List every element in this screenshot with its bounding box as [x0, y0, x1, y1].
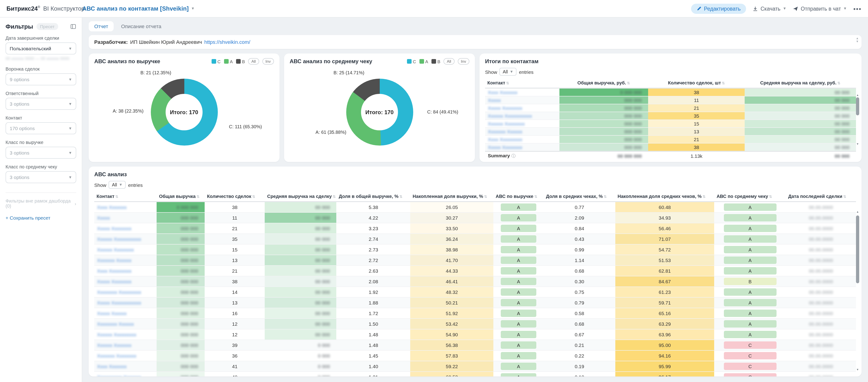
- report-title-dropdown[interactable]: АВС анализ по контактам [Shveikin] ▼: [82, 5, 195, 12]
- column-header-deals[interactable]: Количество сделок, шт⇅: [648, 78, 745, 88]
- outside-filters-link[interactable]: Фильтры вне рамок дашборда (0) ›: [5, 193, 76, 209]
- contact-cell[interactable]: Хххх Ххххххххх: [94, 266, 157, 276]
- badge-all[interactable]: All: [443, 58, 454, 65]
- deal-funnel-select[interactable]: 9 options▼: [5, 73, 76, 85]
- more-menu-button[interactable]: •••: [854, 5, 862, 12]
- column-header-revenue[interactable]: Общая выручка, руб.⇅: [559, 78, 648, 88]
- tab-report[interactable]: Отчет: [89, 21, 114, 31]
- badge-inv[interactable]: Inv: [458, 58, 469, 65]
- contact-cell[interactable]: Хххххх Ххххххххххх: [485, 112, 559, 120]
- last-deal-date-cell: 00.00.0000: [786, 234, 856, 244]
- table-row: Ххххх 000 000 11 00 000: [485, 96, 856, 104]
- scroll-up-icon[interactable]: ▲: [856, 210, 859, 214]
- filter-deal-close-date: Дата завершения сделки Пользовательский▼…: [5, 36, 76, 61]
- scrollbar-thumb[interactable]: [856, 97, 859, 115]
- column-header-last-deal-date[interactable]: Дата последней сделки⇅: [786, 192, 856, 202]
- avg-share-cell: 0.19: [544, 361, 615, 372]
- contact-cell[interactable]: Ххххх Хххххх: [94, 308, 157, 319]
- collapse-sidebar-icon[interactable]: [70, 24, 76, 30]
- contact-cell[interactable]: Хххххххх Ххххххххх: [94, 287, 157, 297]
- scrollbar-track[interactable]: [856, 97, 859, 142]
- column-header-avg[interactable]: Средняя выручка на сделку, руб.⇅: [745, 78, 856, 88]
- contact-cell[interactable]: Ххххххх Хххххх: [485, 128, 559, 135]
- badge-inv[interactable]: Inv: [262, 58, 274, 65]
- scrollbar-thumb[interactable]: [856, 216, 859, 283]
- contact-cell[interactable]: Хххх Ххххххх: [94, 202, 157, 212]
- column-header-avg[interactable]: Средняя выручка на сделку⇅: [265, 192, 337, 202]
- chevron-down-icon: ▼: [68, 46, 72, 50]
- contact-cell[interactable]: Ххххх: [94, 212, 157, 223]
- contact-cell[interactable]: Ххххххх Хххххх: [94, 255, 157, 266]
- contact-cell[interactable]: Хххххх Хххххххх: [485, 120, 559, 128]
- avg-check-class-select[interactable]: 3 options▼: [5, 171, 76, 183]
- page-size-select[interactable]: All▼: [500, 68, 517, 76]
- contact-cell[interactable]: Хххх Ххххххххх: [485, 135, 559, 143]
- contact-cell[interactable]: Ххххх Хххххххх: [94, 223, 157, 234]
- date-range-hint: 00 хххххх 0000 — 00 хххххх 0000: [5, 56, 76, 61]
- legend-item-b[interactable]: B: [236, 59, 245, 64]
- tab-description[interactable]: Описание отчета: [116, 21, 167, 31]
- scroll-down-icon[interactable]: ▼: [856, 142, 859, 146]
- contact-cell[interactable]: Хххххх Хххххххх: [94, 244, 157, 255]
- contact-cell[interactable]: Ххххх Хххххххх: [94, 276, 157, 287]
- developer-link[interactable]: https://shveikin.com/: [204, 39, 250, 45]
- legend-item-c[interactable]: C: [407, 59, 416, 64]
- contact-cell[interactable]: Хххххххх Хххххх: [94, 319, 157, 329]
- last-deal-date-cell: 00.00.0000: [786, 212, 856, 223]
- send-to-chat-button[interactable]: Отправить в чат ▼: [793, 6, 847, 11]
- download-button[interactable]: Скачать ▼: [753, 6, 786, 11]
- table-row: Хххххххххх Ххххххх 000 000 40 0 000 1.31…: [94, 372, 856, 377]
- contact-select[interactable]: 170 options▼: [5, 122, 76, 134]
- callout-a: A: 38 (22.35%): [113, 108, 144, 113]
- avg-cum-cell: 63.29: [615, 319, 714, 329]
- column-header-avg-cum[interactable]: Накопленная доля средних чеков, %⇅: [615, 192, 714, 202]
- contact-cell[interactable]: Ххххх Хххххххх: [485, 104, 559, 112]
- contact-cell[interactable]: Хххх Ххххххх: [485, 88, 559, 96]
- save-preset-link[interactable]: + Сохранить пресет: [5, 215, 76, 220]
- chart-legend: C A B All Inv: [211, 58, 274, 65]
- scroll-up-icon[interactable]: ▲: [856, 93, 859, 97]
- revenue-class-select[interactable]: 3 options▼: [5, 147, 76, 159]
- avg-cell: 00 000: [745, 120, 856, 128]
- contact-cell[interactable]: Ххххх Хххххххххххх: [94, 297, 157, 308]
- scrollbar-track[interactable]: [856, 214, 859, 368]
- revenue-share-cell: 3.23: [337, 223, 410, 234]
- column-header-revenue[interactable]: Общая выручка⇅: [157, 192, 205, 202]
- contact-cell[interactable]: Ххххх: [485, 96, 559, 104]
- deal-close-date-select[interactable]: Пользовательский▼: [5, 42, 76, 55]
- column-header-abc-avg[interactable]: АВС по среднему чеку⇅: [714, 192, 786, 202]
- contact-cell[interactable]: Хххххххххх Ххххххх: [94, 372, 157, 377]
- avg-cum-cell: 95.00: [615, 340, 714, 350]
- legend-item-c[interactable]: C: [211, 59, 221, 64]
- contact-cell[interactable]: Хххххх Ххххххххх: [94, 329, 157, 340]
- scroll-down-icon[interactable]: ▼: [856, 368, 859, 372]
- page-size-select[interactable]: All▼: [109, 181, 126, 189]
- legend-item-b[interactable]: B: [431, 59, 440, 64]
- column-header-avg-share[interactable]: Доля в средних чеках, %⇅: [544, 192, 615, 202]
- info-icon[interactable]: ⓘ: [512, 153, 516, 158]
- avg-cell: 00 000: [745, 143, 856, 151]
- avg-cum-cell: 34.93: [615, 212, 714, 223]
- callout-c: C: 84 (49.41%): [427, 109, 458, 114]
- table-row: Хххххх Ххххххх 000 000 39 0 000 1.48 56.…: [94, 340, 856, 350]
- badge-all[interactable]: All: [248, 58, 259, 65]
- contact-cell[interactable]: Хххххх Ххххххххххх: [94, 234, 157, 244]
- avg-cell: 00 000: [745, 96, 856, 104]
- contact-cell[interactable]: Хххх Ххххххх: [94, 361, 157, 372]
- column-header-revenue-share[interactable]: Доля в общей выручке, %⇅: [337, 192, 410, 202]
- responsible-select[interactable]: 3 options▼: [5, 98, 76, 110]
- edit-button[interactable]: Редактировать: [691, 3, 746, 13]
- revenue-share-cell: 1.31: [337, 372, 410, 377]
- column-header-contact[interactable]: Контакт⇅: [485, 78, 559, 88]
- page-scroll-arrows[interactable]: ▲▼: [856, 36, 859, 43]
- last-deal-date-cell: 00.00.0000: [786, 202, 856, 212]
- column-header-abc-revenue[interactable]: АВС по выручке⇅: [493, 192, 544, 202]
- contact-cell[interactable]: Хххххх Ххххххх: [94, 340, 157, 350]
- contact-cell[interactable]: Ххххххх Хххххххх: [94, 350, 157, 361]
- legend-item-a[interactable]: A: [224, 59, 233, 64]
- column-header-revenue-cum[interactable]: Накопленная доля выручки, %⇅: [410, 192, 493, 202]
- legend-item-a[interactable]: A: [419, 59, 428, 64]
- column-header-deals[interactable]: Количество сделок⇅: [205, 192, 265, 202]
- column-header-contact[interactable]: Контакт⇅: [94, 192, 157, 202]
- contact-cell[interactable]: Ххххх Хххххххх: [485, 143, 559, 151]
